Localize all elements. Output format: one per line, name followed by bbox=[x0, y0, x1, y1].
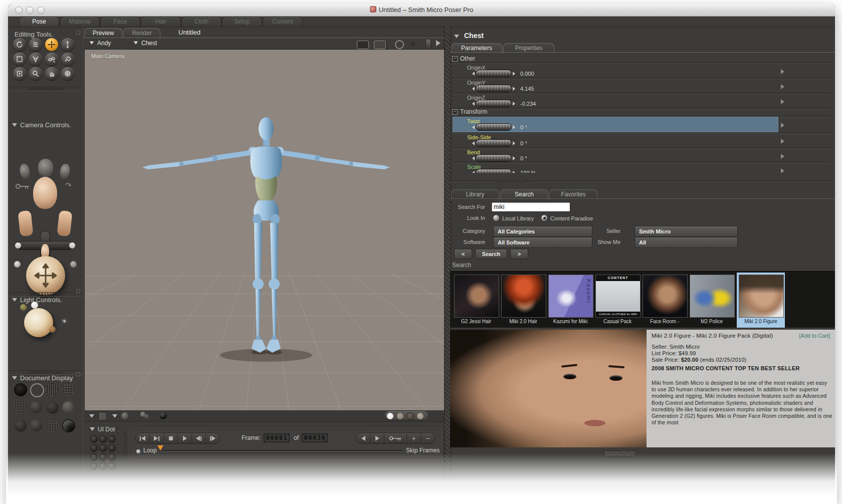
display-style-lit-wireframe[interactable] bbox=[14, 401, 26, 413]
param-menu-arrow[interactable] bbox=[781, 139, 784, 144]
param-dial[interactable] bbox=[472, 140, 515, 146]
display-tracking-icon[interactable] bbox=[357, 41, 369, 49]
tab-favorites[interactable]: Favorites bbox=[549, 189, 597, 199]
display-style-flat-shaded[interactable] bbox=[30, 401, 42, 413]
taper-tool-button[interactable] bbox=[29, 53, 42, 66]
display-style-silhouette[interactable] bbox=[14, 383, 27, 396]
posing-right-hand-icon[interactable] bbox=[57, 210, 72, 236]
param-menu-arrow[interactable] bbox=[781, 123, 784, 128]
light-indicator-2-selected[interactable] bbox=[31, 302, 38, 309]
step-back-button[interactable] bbox=[192, 433, 206, 443]
expand-arrow-icon[interactable] bbox=[436, 40, 441, 46]
ui-dot[interactable] bbox=[108, 435, 116, 443]
chevron-down-icon[interactable] bbox=[112, 414, 117, 418]
ui-dot[interactable] bbox=[108, 453, 116, 461]
ui-dot[interactable] bbox=[90, 462, 98, 470]
tracking-sphere-icon[interactable] bbox=[417, 413, 424, 419]
tracking-fast-icon[interactable] bbox=[407, 413, 413, 419]
actor-selector[interactable]: Chest bbox=[133, 40, 157, 47]
ui-dot[interactable] bbox=[108, 462, 116, 470]
collapse-group-box[interactable]: − bbox=[452, 109, 458, 115]
translate-in-out-tool-button[interactable] bbox=[61, 38, 74, 51]
category-dropdown[interactable]: All Categories bbox=[493, 226, 592, 237]
add-to-cart-link[interactable]: [Add to Cart] bbox=[799, 333, 830, 339]
current-frame-counter[interactable]: 00001 bbox=[264, 433, 290, 442]
param-menu-arrow[interactable] bbox=[781, 69, 784, 74]
seller-dropdown[interactable]: Smith Micro bbox=[635, 226, 738, 237]
loop-toggle[interactable] bbox=[136, 449, 140, 453]
param-value[interactable]: 4.145 bbox=[520, 86, 534, 92]
ui-dot[interactable] bbox=[90, 453, 98, 461]
param-value[interactable]: -0.234 bbox=[520, 101, 536, 107]
display-style-cartoon[interactable] bbox=[62, 401, 74, 413]
divider-hatch[interactable] bbox=[495, 179, 532, 182]
search-input[interactable]: miki bbox=[491, 202, 570, 212]
depth-cue-sphere-icon[interactable] bbox=[121, 412, 128, 419]
result-thumb-g2-jessi-hair[interactable]: G2 Jessi Hair bbox=[454, 275, 498, 326]
ui-dot[interactable] bbox=[99, 462, 107, 470]
scale-tool-button[interactable] bbox=[13, 53, 26, 66]
prev-page-button[interactable]: < bbox=[454, 249, 472, 259]
result-thumb-miki-hair[interactable]: Miki 2.0 Hair bbox=[501, 275, 545, 326]
display-style-smooth-shaded[interactable] bbox=[14, 419, 27, 432]
result-thumb-miki-figure-selected[interactable]: Miki 2.0 Figure bbox=[739, 275, 783, 326]
radio-content-paradise[interactable] bbox=[541, 215, 547, 221]
panel-resize-hatch[interactable] bbox=[123, 429, 127, 457]
chain-break-tool-button[interactable] bbox=[45, 53, 58, 66]
camera-ball-left[interactable] bbox=[14, 261, 21, 268]
ground-shadow-icon[interactable] bbox=[159, 412, 167, 419]
ui-dot[interactable] bbox=[99, 453, 107, 461]
last-frame-button[interactable] bbox=[150, 433, 164, 443]
tracking-full-icon[interactable] bbox=[387, 413, 393, 419]
tab-pose[interactable]: Pose bbox=[19, 17, 59, 27]
param-menu-arrow[interactable] bbox=[781, 84, 784, 89]
step-forward-button[interactable] bbox=[206, 433, 220, 443]
param-menu-arrow[interactable] bbox=[781, 168, 784, 173]
collapse-triangle-icon[interactable] bbox=[90, 427, 95, 431]
translate-pull-tool-button[interactable] bbox=[45, 38, 58, 51]
param-value[interactable]: 0 ° bbox=[520, 140, 527, 146]
ui-dot[interactable] bbox=[99, 444, 107, 452]
tab-search[interactable]: Search bbox=[500, 189, 548, 199]
left-hand-camera-icon[interactable] bbox=[19, 163, 31, 180]
collapse-triangle-icon[interactable] bbox=[12, 298, 17, 302]
background-swatch[interactable] bbox=[98, 412, 107, 420]
first-frame-button[interactable] bbox=[136, 433, 150, 443]
show-me-dropdown[interactable]: All bbox=[635, 237, 738, 248]
compare-document-icon[interactable] bbox=[374, 41, 386, 49]
param-dial[interactable] bbox=[472, 155, 515, 161]
display-style-sketch[interactable] bbox=[62, 419, 75, 432]
tab-properties[interactable]: Properties bbox=[503, 43, 554, 53]
collapse-triangle-icon[interactable] bbox=[12, 376, 17, 380]
light-trackball[interactable] bbox=[24, 308, 53, 337]
param-dial[interactable] bbox=[472, 70, 515, 77]
right-hand-camera-icon[interactable] bbox=[59, 163, 71, 180]
tab-preview[interactable]: Preview bbox=[84, 28, 122, 38]
ui-dot[interactable] bbox=[90, 435, 98, 443]
ui-dot[interactable] bbox=[90, 444, 98, 452]
posing-left-hand-icon[interactable] bbox=[18, 210, 33, 236]
param-dial[interactable] bbox=[472, 100, 515, 107]
face-camera-icon[interactable] bbox=[38, 159, 53, 177]
search-button[interactable]: Search bbox=[475, 249, 507, 259]
tab-hair[interactable]: Hair bbox=[141, 17, 181, 27]
play-button[interactable] bbox=[178, 433, 192, 443]
result-thumb-casual-pack[interactable]: CONTENT CASUAL CLOTHES for MIKI Casual P… bbox=[595, 275, 640, 326]
result-thumb-face-room[interactable]: Face Room - bbox=[643, 275, 687, 326]
tab-cloth[interactable]: Cloth bbox=[181, 17, 222, 27]
shadow-sphere-icon-2[interactable] bbox=[144, 414, 149, 419]
tab-material[interactable]: Material bbox=[60, 17, 100, 27]
delete-keyframe-button[interactable]: − bbox=[421, 433, 435, 443]
color-tool-button[interactable] bbox=[61, 53, 74, 66]
ui-dot[interactable] bbox=[99, 435, 107, 443]
rotate-tool-button[interactable] bbox=[13, 38, 26, 51]
tracking-box-icon[interactable] bbox=[397, 413, 403, 419]
view-magnifier-tool-button[interactable] bbox=[61, 67, 74, 80]
tab-content[interactable]: Content bbox=[263, 17, 303, 27]
camera-controls-cluster[interactable]: ↷ bbox=[12, 133, 79, 296]
head-camera-icon[interactable] bbox=[33, 177, 57, 209]
display-style-flat-lined[interactable] bbox=[46, 401, 59, 414]
stop-button[interactable] bbox=[164, 433, 178, 443]
zoom-tool-button[interactable] bbox=[29, 67, 42, 80]
result-thumb-kazumi[interactable]: Kazumi Kazumi for Miki bbox=[548, 275, 592, 326]
